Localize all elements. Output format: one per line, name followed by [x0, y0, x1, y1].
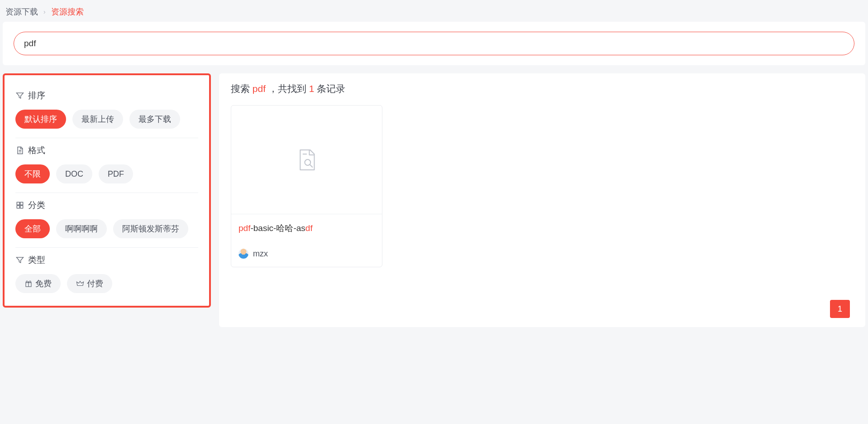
type-option-paid-label: 付费 — [87, 278, 103, 289]
result-count: 1 — [309, 83, 315, 94]
filter-heading-type: 类型 — [15, 254, 198, 266]
chevron-right-icon: › — [43, 8, 46, 15]
sort-option-most-downloaded[interactable]: 最多下载 — [129, 110, 180, 129]
results-header: 搜索 pdf ，共找到 1 条记录 — [231, 82, 854, 95]
breadcrumb-current: 资源搜索 — [51, 6, 84, 17]
filter-heading-sort: 排序 — [15, 90, 198, 101]
pagination: 1 — [830, 300, 850, 318]
category-option-2[interactable]: 阿斯顿发斯蒂芬 — [113, 219, 188, 238]
type-option-free-label: 免费 — [35, 278, 52, 289]
category-option-1[interactable]: 啊啊啊啊 — [56, 219, 107, 238]
avatar — [238, 249, 248, 259]
category-option-all[interactable]: 全部 — [15, 219, 50, 238]
card-user-name: mzx — [253, 249, 268, 259]
svg-rect-3 — [20, 206, 23, 208]
filter-group-type: 类型 免费 付费 — [15, 248, 198, 296]
filter-sidebar: 排序 默认排序 最新上传 最多下载 格式 不限 DOC PDF 分类 — [3, 73, 211, 308]
filter-icon — [15, 91, 24, 100]
filter-icon — [15, 255, 24, 265]
search-input[interactable] — [14, 32, 854, 55]
page-button-1[interactable]: 1 — [830, 300, 850, 318]
card-user: mzx — [231, 237, 382, 267]
svg-point-5 — [305, 159, 310, 165]
filter-group-category: 分类 全部 啊啊啊啊 阿斯顿发斯蒂芬 — [15, 193, 198, 248]
svg-rect-1 — [20, 202, 23, 205]
filter-label-sort: 排序 — [28, 90, 45, 101]
document-icon — [15, 146, 24, 155]
search-term-highlight: pdf — [253, 83, 266, 94]
format-option-all[interactable]: 不限 — [15, 164, 50, 183]
sort-option-newest[interactable]: 最新上传 — [72, 110, 123, 129]
result-card[interactable]: pdf-basic-哈哈-asdf mzx — [231, 105, 382, 267]
filter-group-sort: 排序 默认排序 最新上传 最多下载 — [15, 83, 198, 138]
results-panel: 搜索 pdf ，共找到 1 条记录 pdf-basic-哈哈-asdf mzx … — [219, 73, 865, 327]
filter-label-format: 格式 — [28, 145, 45, 156]
svg-rect-0 — [17, 202, 19, 205]
type-option-paid[interactable]: 付费 — [67, 274, 112, 293]
breadcrumb: 资源下载 › 资源搜索 — [0, 0, 868, 22]
crown-icon — [76, 279, 84, 288]
card-preview — [231, 106, 382, 214]
type-option-free[interactable]: 免费 — [15, 274, 61, 293]
svg-rect-2 — [17, 206, 19, 208]
filter-heading-category: 分类 — [15, 199, 198, 211]
filter-group-format: 格式 不限 DOC PDF — [15, 138, 198, 193]
sort-option-default[interactable]: 默认排序 — [15, 110, 66, 129]
card-title: pdf-basic-哈哈-asdf — [231, 214, 382, 237]
search-bar — [3, 22, 865, 65]
filter-label-category: 分类 — [28, 199, 45, 211]
gift-icon — [24, 279, 33, 288]
breadcrumb-root[interactable]: 资源下载 — [5, 6, 38, 17]
filter-label-type: 类型 — [28, 254, 45, 266]
format-option-doc[interactable]: DOC — [56, 164, 92, 183]
grid-icon — [15, 201, 24, 210]
filter-heading-format: 格式 — [15, 145, 198, 156]
format-option-pdf[interactable]: PDF — [99, 164, 133, 183]
document-search-icon — [297, 148, 317, 172]
